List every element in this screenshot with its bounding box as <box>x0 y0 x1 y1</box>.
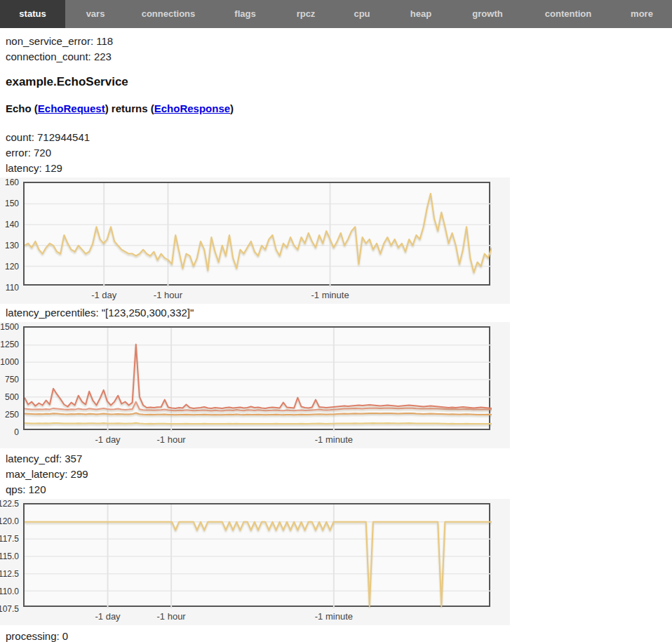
page-content: non_service_error: 118 connection_count:… <box>0 34 672 642</box>
service-name-heading: example.EchoService <box>6 74 672 89</box>
y-tick-label: 122.5 <box>0 499 19 509</box>
latency-chart: 160150140130120110 -1 day-1 hour-1 minut… <box>0 178 510 304</box>
tab-vars[interactable]: vars <box>65 0 126 28</box>
series-line <box>25 423 492 424</box>
y-tick-label: 500 <box>5 392 19 402</box>
percentiles-chart-y-axis: 1500125010007505002500 <box>0 322 20 448</box>
latency-chart-x-labels: -1 day-1 hour-1 minute <box>0 288 510 302</box>
tab-flags[interactable]: flags <box>211 0 279 28</box>
tab-connections[interactable]: connections <box>126 0 211 28</box>
method-suffix: ) <box>230 102 234 114</box>
qps-chart: 122.5120.0117.5115.0112.5110.0107.5 -1 d… <box>0 499 510 625</box>
y-tick-label: 1250 <box>0 340 19 349</box>
series-line <box>25 194 492 273</box>
y-tick-label: 112.5 <box>0 569 19 579</box>
count-stat: count: 712944541 <box>6 130 672 145</box>
series-line <box>25 522 492 606</box>
qps-chart-y-axis: 122.5120.0117.5115.0112.5110.0107.5 <box>0 499 20 625</box>
qps-stat: qps: 120 <box>6 482 672 497</box>
latency-chart-plot <box>23 182 490 286</box>
qps-chart-plot <box>23 503 490 607</box>
y-tick-label: 1000 <box>0 357 19 367</box>
tab-status[interactable]: status <box>0 0 65 28</box>
x-tick-label: -1 hour <box>154 290 182 300</box>
tab-contention[interactable]: contention <box>525 0 612 28</box>
x-tick-label: -1 hour <box>157 434 186 445</box>
latency-percentiles-chart: 1500125010007505002500 -1 day-1 hour-1 m… <box>0 322 510 448</box>
latency-percentiles-stat: latency_percentiles: "[123,250,300,332]" <box>6 305 672 321</box>
y-tick-label: 160 <box>5 178 19 187</box>
latency-chart-y-axis: 160150140130120110 <box>0 178 20 304</box>
non-service-error-stat: non_service_error: 118 <box>6 34 672 49</box>
qps-plot-svg <box>25 504 492 608</box>
y-tick-label: 117.5 <box>0 534 19 544</box>
x-tick-label: -1 day <box>95 434 120 445</box>
echo-request-link[interactable]: EchoRequest <box>38 102 105 114</box>
qps-chart-x-labels: -1 day-1 hour-1 minute <box>0 610 510 624</box>
method-prefix: Echo ( <box>6 102 38 114</box>
tab-heap[interactable]: heap <box>391 0 450 28</box>
latency-stat: latency: 129 <box>6 161 672 176</box>
x-tick-label: -1 day <box>95 611 120 622</box>
y-tick-label: 115.0 <box>0 551 19 561</box>
x-tick-label: -1 hour <box>157 611 186 622</box>
max-latency-stat: max_latency: 299 <box>6 467 672 482</box>
y-tick-label: 750 <box>5 375 19 384</box>
method-metrics: count: 712944541 error: 720 latency: 129 <box>0 130 672 176</box>
latency-cdf-stat: latency_cdf: 357 <box>6 451 672 467</box>
error-stat: error: 720 <box>6 145 672 161</box>
x-tick-label: -1 day <box>91 290 116 300</box>
y-tick-label: 120.0 <box>0 516 19 526</box>
navbar: status vars connections flags rpcz cpu h… <box>0 0 672 28</box>
qps-metrics: latency_cdf: 357 max_latency: 299 qps: 1… <box>0 451 672 497</box>
latency_percentiles-plot-svg <box>25 328 492 432</box>
global-stats: non_service_error: 118 connection_count:… <box>0 34 672 65</box>
y-tick-label: 140 <box>5 220 19 229</box>
y-tick-label: 150 <box>5 199 19 208</box>
method-middle: ) returns ( <box>105 102 154 114</box>
y-tick-label: 130 <box>5 241 19 250</box>
x-tick-label: -1 minute <box>311 290 349 300</box>
y-tick-label: 110.0 <box>0 587 19 596</box>
method-signature: Echo (EchoRequest) returns (EchoResponse… <box>6 101 672 116</box>
y-tick-label: 120 <box>5 262 19 272</box>
echo-response-link[interactable]: EchoResponse <box>154 102 230 114</box>
percentiles-chart-x-labels: -1 day-1 hour-1 minute <box>0 433 510 447</box>
latency-plot-svg <box>25 183 492 287</box>
percentiles-chart-plot <box>23 326 490 430</box>
tab-cpu[interactable]: cpu <box>332 0 391 28</box>
tab-growth[interactable]: growth <box>450 0 525 28</box>
tab-more[interactable]: more <box>612 0 672 28</box>
x-tick-label: -1 minute <box>315 434 353 445</box>
y-tick-label: 250 <box>5 410 19 420</box>
y-tick-label: 1500 <box>0 322 19 332</box>
x-tick-label: -1 minute <box>315 611 353 622</box>
tab-rpcz[interactable]: rpcz <box>279 0 332 28</box>
processing-stat: processing: 0 <box>6 629 672 642</box>
series-line <box>25 345 492 408</box>
connection-count-stat: connection_count: 223 <box>6 49 672 65</box>
